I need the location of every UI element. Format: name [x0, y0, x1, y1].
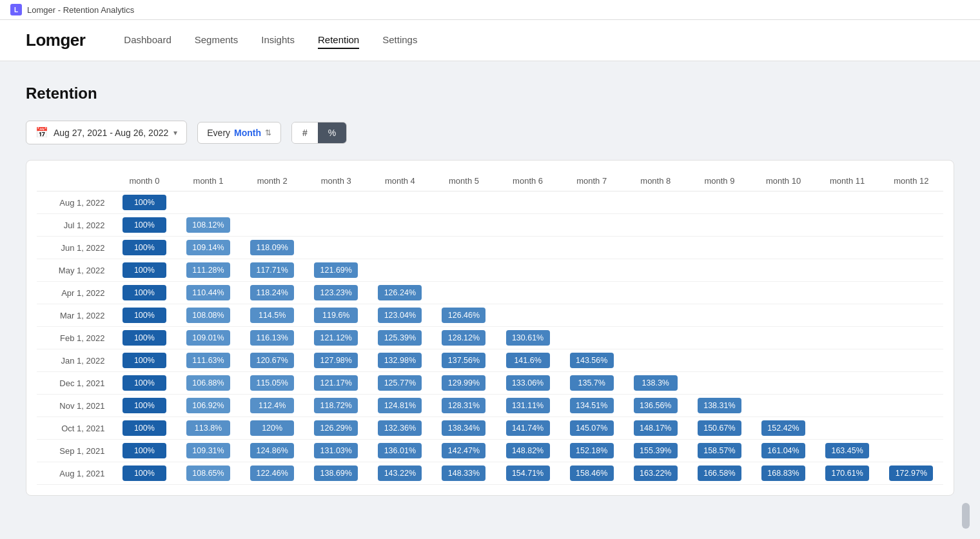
table-row: Jan 1, 2022100%111.63%120.67%127.98%132.…	[37, 349, 943, 372]
table-row: Dec 1, 2021100%106.88%115.05%121.17%125.…	[37, 372, 943, 395]
retention-cell	[623, 304, 687, 327]
retention-cell: 118.72%	[304, 395, 368, 417]
cell-value: 100%	[122, 420, 166, 436]
row-date-label: Apr 1, 2022	[37, 282, 112, 304]
cell-value: 129.99%	[442, 375, 485, 391]
retention-cell: 100%	[112, 237, 176, 259]
retention-cell	[879, 282, 943, 304]
column-header-month-1: month 1	[176, 171, 240, 191]
retention-cell	[304, 237, 368, 259]
retention-cell: 126.24%	[368, 282, 432, 304]
nav-item-insights[interactable]: Insights	[261, 32, 295, 49]
cell-value: 110.44%	[186, 285, 230, 300]
retention-cell	[560, 304, 623, 327]
cell-value: 111.63%	[186, 353, 230, 368]
retention-cell: 121.17%	[304, 372, 368, 395]
retention-cell: 123.04%	[368, 304, 432, 327]
retention-cell: 126.46%	[432, 304, 496, 327]
date-range-picker[interactable]: 📅 Aug 27, 2021 - Aug 26, 2022 ▾	[26, 121, 187, 144]
retention-cell: 158.57%	[687, 440, 751, 462]
cell-value: 134.51%	[570, 398, 614, 413]
retention-cell	[879, 304, 943, 327]
retention-cell: 150.67%	[687, 417, 751, 440]
cell-value: 135.7%	[570, 375, 614, 391]
cell-value: 141.74%	[506, 420, 550, 436]
retention-cell	[368, 259, 432, 282]
cell-value: 106.88%	[186, 375, 230, 391]
cell-value: 119.6%	[314, 308, 358, 323]
retention-cell	[687, 259, 751, 282]
retention-cell	[816, 395, 879, 417]
retention-cell: 100%	[112, 395, 176, 417]
retention-cell: 100%	[112, 349, 176, 372]
percent-toggle-button[interactable]: %	[318, 122, 346, 143]
retention-cell	[496, 214, 560, 237]
table-header-row: month 0month 1month 2month 3month 4month…	[37, 171, 943, 191]
retention-cell	[368, 237, 432, 259]
hash-toggle-button[interactable]: #	[292, 122, 318, 143]
retention-cell	[879, 417, 943, 440]
app-header: Lomger DashboardSegmentsInsightsRetentio…	[0, 20, 980, 61]
table-row: Aug 1, 2021100%108.65%122.46%138.69%143.…	[37, 462, 943, 485]
retention-cell	[879, 259, 943, 282]
cell-value: 143.56%	[570, 353, 614, 368]
retention-cell	[560, 214, 623, 237]
cell-value: 161.04%	[761, 443, 805, 458]
retention-cell: 163.22%	[623, 462, 687, 485]
retention-cell: 134.51%	[560, 395, 623, 417]
retention-cell: 111.28%	[176, 259, 240, 282]
column-header-month-4: month 4	[368, 171, 432, 191]
retention-cell	[623, 349, 687, 372]
retention-cell	[751, 395, 815, 417]
retention-cell	[432, 191, 496, 214]
period-value: Month	[234, 128, 261, 138]
retention-cell	[432, 214, 496, 237]
nav-item-segments[interactable]: Segments	[195, 32, 239, 49]
cell-value: 126.29%	[314, 420, 358, 436]
retention-cell	[816, 282, 879, 304]
retention-cell: 125.77%	[368, 372, 432, 395]
cell-value: 138.3%	[634, 375, 678, 391]
retention-cell: 114.5%	[240, 304, 304, 327]
retention-cell	[687, 304, 751, 327]
nav-item-settings[interactable]: Settings	[382, 32, 417, 49]
scrollbar[interactable]	[962, 503, 970, 519]
cell-value: 172.97%	[889, 466, 933, 481]
cell-value: 168.83%	[761, 466, 805, 481]
cell-value: 148.17%	[634, 420, 678, 436]
column-header-month-9: month 9	[687, 171, 751, 191]
cell-value: 118.72%	[314, 398, 358, 413]
cell-value: 120%	[250, 420, 294, 436]
cell-value: 136.01%	[378, 443, 422, 458]
retention-cell: 127.98%	[304, 349, 368, 372]
retention-cell: 108.12%	[176, 214, 240, 237]
cell-value: 112.4%	[250, 398, 294, 413]
retention-cell	[816, 191, 879, 214]
cell-value: 100%	[122, 330, 166, 346]
cell-value: 100%	[122, 466, 166, 481]
row-date-label: Sep 1, 2021	[37, 440, 112, 462]
retention-cell: 109.31%	[176, 440, 240, 462]
retention-cell: 138.31%	[687, 395, 751, 417]
cell-value: 108.65%	[186, 466, 230, 481]
cell-value: 114.5%	[250, 308, 294, 323]
cell-value: 125.39%	[378, 330, 422, 346]
retention-cell: 100%	[112, 327, 176, 349]
label-column-header	[37, 171, 112, 191]
retention-cell: 142.47%	[432, 440, 496, 462]
nav-item-dashboard[interactable]: Dashboard	[124, 32, 171, 49]
period-selector[interactable]: Every Month ⇅	[197, 122, 281, 144]
retention-cell	[496, 259, 560, 282]
cell-value: 100%	[122, 217, 166, 233]
retention-cell	[751, 282, 815, 304]
nav-item-retention[interactable]: Retention	[318, 32, 359, 49]
retention-cell: 152.42%	[751, 417, 815, 440]
retention-cell	[816, 259, 879, 282]
retention-cell	[368, 214, 432, 237]
cell-value: 121.17%	[314, 375, 358, 391]
cell-value: 158.57%	[698, 443, 741, 458]
retention-cell: 123.23%	[304, 282, 368, 304]
retention-cell	[879, 349, 943, 372]
retention-cell	[816, 304, 879, 327]
retention-cell: 141.6%	[496, 349, 560, 372]
